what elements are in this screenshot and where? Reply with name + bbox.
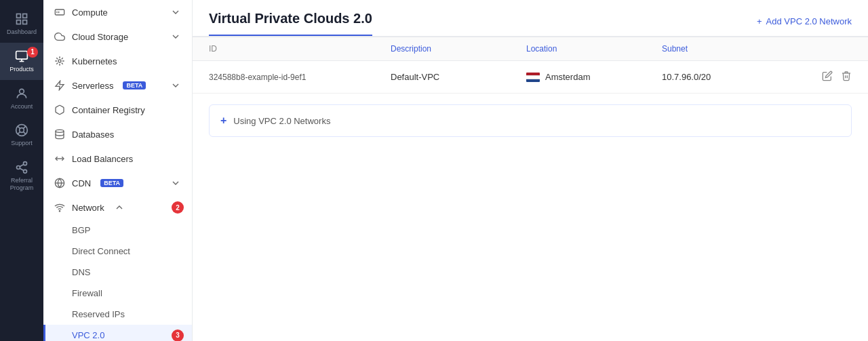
svg-point-28 — [59, 211, 60, 212]
sidebar-item-products[interactable]: 1 Products — [0, 43, 43, 80]
content-header: Virtual Private Clouds 2.0 + Add VPC 2.0… — [193, 0, 868, 37]
network-badge: 2 — [172, 201, 184, 214]
svg-point-9 — [20, 128, 24, 133]
cdn-beta-badge: BETA — [100, 179, 123, 187]
sidebar-item-referral[interactable]: Referral Program — [0, 154, 43, 199]
add-vpc-button[interactable]: + Add VPC 2.0 Network — [757, 16, 852, 36]
sidebar-item-load-balancers[interactable]: Load Balancers — [43, 146, 192, 171]
row-actions — [797, 71, 852, 83]
cloud-storage-label: Cloud Storage — [72, 32, 128, 42]
compute-label: Compute — [72, 7, 108, 18]
sidebar-item-network[interactable]: Network 2 — [43, 195, 192, 220]
svg-line-17 — [20, 168, 24, 170]
netherlands-flag — [526, 73, 540, 82]
sidebar-item-cdn[interactable]: CDN BETA — [43, 171, 192, 195]
svg-line-11 — [23, 132, 26, 135]
svg-point-16 — [24, 170, 27, 174]
row-description: Default-VPC — [391, 72, 526, 82]
col-subnet[interactable]: Subnet — [662, 44, 797, 54]
products-label: Products — [9, 66, 34, 73]
account-label: Account — [11, 103, 33, 111]
svg-rect-1 — [23, 14, 27, 18]
dns-label: DNS — [72, 267, 90, 277]
compute-chevron-icon — [170, 7, 181, 18]
main-sidebar: Compute Cloud Storage Kubernetes Serverl… — [43, 0, 193, 341]
col-id: ID — [209, 44, 391, 54]
add-icon: + — [757, 16, 762, 26]
vpc-2-label: VPC 2.0 — [72, 330, 104, 340]
network-label: Network — [72, 203, 104, 213]
svg-line-10 — [18, 126, 20, 129]
databases-label: Databases — [72, 129, 114, 140]
vpc-2-badge: 3 — [172, 329, 184, 342]
edit-icon[interactable] — [822, 71, 833, 83]
sidebar-sub-item-direct-connect[interactable]: Direct Connect — [43, 241, 192, 262]
serverless-chevron-icon — [170, 80, 181, 91]
sidebar-item-dashboard[interactable]: Dashboard — [0, 5, 43, 43]
table-row: 324588b8-example-id-9ef1 Default-VPC Ams… — [193, 61, 868, 94]
sidebar-sub-item-vpc-2[interactable]: VPC 2.0 3 — [43, 325, 192, 341]
cdn-label: CDN — [72, 178, 91, 188]
delete-icon[interactable] — [841, 71, 852, 83]
sidebar-item-container-registry[interactable]: Container Registry — [43, 98, 192, 122]
sidebar-item-support[interactable]: Support — [0, 117, 43, 154]
info-bar[interactable]: + Using VPC 2.0 Networks — [209, 104, 852, 137]
svg-marker-23 — [56, 81, 64, 89]
row-location-name: Amsterdam — [545, 72, 590, 82]
kubernetes-label: Kubernetes — [72, 56, 117, 66]
cloud-storage-chevron-icon — [170, 31, 181, 42]
sidebar-sub-item-firewall[interactable]: Firewall — [43, 283, 192, 304]
svg-rect-3 — [23, 20, 27, 24]
sidebar-sub-item-dns[interactable]: DNS — [43, 262, 192, 283]
sidebar-item-kubernetes[interactable]: Kubernetes — [43, 49, 192, 73]
svg-point-7 — [20, 89, 24, 94]
col-location[interactable]: Location — [526, 44, 662, 54]
referral-label: Referral Program — [3, 177, 41, 192]
cdn-chevron-icon — [170, 178, 181, 188]
sidebar-item-databases[interactable]: Databases — [43, 122, 192, 146]
col-description[interactable]: Description — [391, 44, 526, 54]
svg-point-15 — [17, 166, 20, 169]
serverless-beta-badge: BETA — [123, 81, 146, 89]
firewall-label: Firewall — [72, 288, 102, 298]
svg-line-12 — [23, 126, 26, 129]
row-id: 324588b8-example-id-9ef1 — [209, 73, 391, 82]
sidebar-sub-item-reserved-ips[interactable]: Reserved IPs — [43, 304, 192, 325]
svg-point-22 — [58, 60, 61, 62]
svg-rect-2 — [17, 20, 21, 24]
content-area: Virtual Private Clouds 2.0 + Add VPC 2.0… — [193, 0, 868, 341]
sidebar-item-account[interactable]: Account — [0, 80, 43, 117]
col-actions — [797, 44, 852, 54]
add-vpc-label: Add VPC 2.0 Network — [766, 16, 852, 26]
vpc-table: ID Description Location Subnet 324588b8-… — [193, 37, 868, 94]
svg-rect-0 — [17, 14, 21, 18]
dashboard-label: Dashboard — [7, 28, 37, 36]
svg-rect-4 — [16, 51, 28, 59]
content-body: ID Description Location Subnet 324588b8-… — [193, 37, 868, 341]
page-title-section: Virtual Private Clouds 2.0 — [209, 11, 372, 36]
row-location: Amsterdam — [526, 72, 662, 82]
sidebar-item-serverless[interactable]: Serverless BETA — [43, 73, 192, 98]
svg-point-14 — [24, 162, 27, 165]
direct-connect-label: Direct Connect — [72, 246, 130, 256]
serverless-label: Serverless — [72, 81, 113, 91]
sidebar-sub-item-bgp[interactable]: BGP — [43, 220, 192, 241]
bgp-label: BGP — [72, 225, 90, 235]
network-chevron-icon — [114, 202, 125, 213]
page-title: Virtual Private Clouds 2.0 — [209, 11, 372, 36]
products-badge: 1 — [27, 47, 38, 58]
load-balancers-label: Load Balancers — [72, 154, 133, 164]
svg-line-18 — [20, 165, 24, 167]
flag-blue-stripe — [526, 79, 540, 82]
info-plus-icon: + — [220, 115, 226, 127]
svg-line-13 — [18, 132, 20, 135]
table-header: ID Description Location Subnet — [193, 37, 868, 61]
container-registry-label: Container Registry — [72, 105, 145, 115]
support-label: Support — [11, 140, 33, 147]
svg-point-24 — [56, 129, 64, 132]
reserved-ips-label: Reserved IPs — [72, 309, 125, 319]
icon-sidebar: Dashboard 1 Products Account Support — [0, 0, 43, 341]
info-bar-text: Using VPC 2.0 Networks — [233, 116, 330, 126]
sidebar-item-cloud-storage[interactable]: Cloud Storage — [43, 24, 192, 49]
sidebar-item-compute[interactable]: Compute — [43, 0, 192, 24]
